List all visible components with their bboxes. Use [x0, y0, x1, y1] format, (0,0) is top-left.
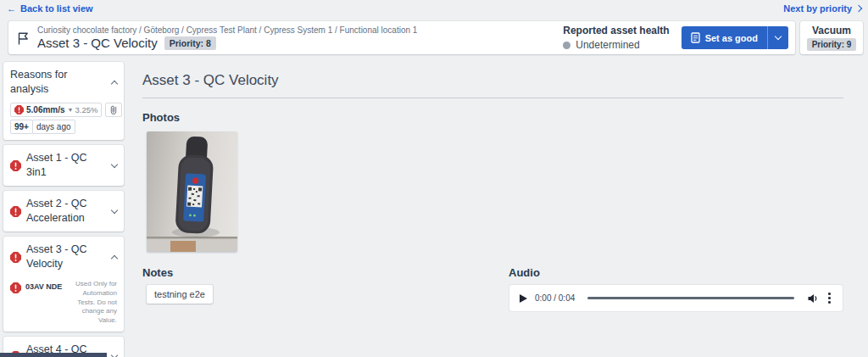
reported-health-block: Reported asset health Undetermined — [563, 25, 669, 51]
metric-value: 5.06mm/s — [26, 104, 65, 115]
alert-icon — [14, 105, 24, 114]
set-as-good-split-button: Set as good — [682, 26, 788, 49]
play-button[interactable] — [520, 294, 527, 303]
header-title-block: Curiosity chocolate factory / Göteborg /… — [37, 25, 417, 51]
age-value: 99+ — [14, 121, 29, 132]
next-asset-priority-badge: Priority: 9 — [807, 38, 857, 51]
back-to-list-link[interactable]: ← Back to list view — [7, 3, 93, 14]
asset-detail-title: Asset 3 - QC Velocity — [142, 72, 843, 89]
sidebar-item-label: Asset 3 - QC Velocity — [26, 243, 107, 271]
reasons-panel-header[interactable]: Reasons for analysis — [10, 68, 117, 97]
reasons-panel: Reasons for analysis 5.06mm/s ▼ 3.25% — [3, 62, 124, 140]
alert-icon — [10, 206, 21, 217]
chevron-down-icon — [111, 352, 118, 357]
audio-heading: Audio — [509, 266, 843, 279]
audio-section: Audio 0:00 / 0:04 — [509, 266, 843, 312]
sidebar-item-asset3-expanded: Asset 3 - QC Velocity 03AV NDE Used Only… — [3, 237, 124, 332]
age-unit-chip: days ago — [32, 120, 75, 134]
sensor-device-photo — [147, 131, 237, 252]
set-as-good-dropdown-toggle[interactable] — [768, 26, 788, 49]
page-title: Asset 3 - QC Velocity — [37, 36, 158, 51]
paperclip-icon — [109, 104, 118, 115]
sidebar-item-asset2-header[interactable]: Asset 2 - QC Acceleration — [10, 197, 117, 226]
audio-seek-bar[interactable] — [587, 297, 794, 299]
next-asset-name: Vacuum — [812, 25, 851, 36]
set-as-good-button[interactable]: Set as good — [682, 26, 768, 49]
note-item: testning e2e — [147, 285, 213, 304]
age-value-chip: 99+ — [10, 120, 33, 134]
sidebar-item-label: Asset 2 - QC Acceleration — [26, 197, 107, 226]
next-asset-card[interactable]: Vacuum Priority: 9 — [800, 21, 863, 54]
notes-section: Notes testning e2e — [142, 266, 509, 312]
sensor-code: 03AV NDE — [25, 282, 62, 291]
top-navigation-bar: ← Back to list view Next by priority — [0, 0, 868, 17]
sidebar-item-asset2: Asset 2 - QC Acceleration — [3, 191, 124, 231]
chevron-right-icon — [855, 5, 862, 12]
chevron-up-icon — [111, 254, 118, 261]
asset-header-card: Curiosity chocolate factory / Göteborg /… — [8, 21, 795, 54]
priority-badge: Priority: 8 — [164, 36, 216, 50]
vibration-metric-chip: 5.06mm/s ▼ 3.25% — [10, 103, 102, 117]
asset-detail-panel: Asset 3 - QC Velocity Photos — [142, 72, 843, 312]
trend-down-icon: ▼ — [68, 104, 74, 115]
alert-icon — [10, 160, 21, 171]
sidebar-item-asset1: Asset 1 - QC 3in1 — [3, 145, 124, 186]
chevron-down-icon — [775, 33, 782, 40]
audio-player: 0:00 / 0:04 — [509, 284, 843, 312]
volume-button[interactable] — [807, 293, 819, 304]
alert-icon — [10, 252, 21, 263]
age-unit: days ago — [36, 121, 71, 132]
set-as-good-label: Set as good — [705, 33, 758, 43]
next-link-label: Next by priority — [783, 3, 852, 14]
chevron-down-icon — [111, 206, 118, 213]
back-arrow-icon: ← — [7, 3, 16, 14]
back-link-label: Back to list view — [20, 3, 93, 14]
health-status-dot — [563, 42, 570, 49]
chevron-down-icon — [111, 160, 118, 167]
photo-thumbnail[interactable] — [147, 131, 237, 252]
sensor-note: Used Only for Automation Tests. Do not c… — [66, 280, 117, 326]
reasons-sidebar: Reasons for analysis 5.06mm/s ▼ 3.25% — [3, 62, 124, 357]
reasons-panel-title: Reasons for analysis — [10, 68, 107, 97]
attachment-chip[interactable] — [105, 103, 122, 117]
partially-visible-element — [0, 353, 107, 357]
notes-heading: Notes — [142, 266, 509, 279]
speaker-icon — [807, 293, 819, 304]
sidebar-item-label: Asset 1 - QC 3in1 — [26, 151, 107, 180]
audio-menu-button[interactable] — [826, 291, 832, 305]
flag-icon — [15, 31, 31, 46]
sensor-detail-row: 03AV NDE Used Only for Automation Tests.… — [10, 280, 117, 326]
photos-heading: Photos — [142, 111, 843, 124]
sidebar-item-asset1-header[interactable]: Asset 1 - QC 3in1 — [10, 151, 117, 180]
chevron-up-icon — [111, 80, 118, 86]
metric-delta: 3.25% — [75, 104, 98, 115]
report-document-icon — [691, 32, 700, 43]
alert-icon — [10, 282, 21, 293]
next-by-priority-link[interactable]: Next by priority — [783, 3, 861, 14]
health-status-text: Undetermined — [576, 39, 639, 51]
breadcrumb: Curiosity chocolate factory / Göteborg /… — [37, 25, 417, 36]
divider — [142, 98, 843, 98]
health-label: Reported asset health — [563, 25, 669, 36]
audio-time: 0:00 / 0:04 — [535, 293, 575, 303]
sidebar-item-asset3-header[interactable]: Asset 3 - QC Velocity — [10, 243, 117, 271]
